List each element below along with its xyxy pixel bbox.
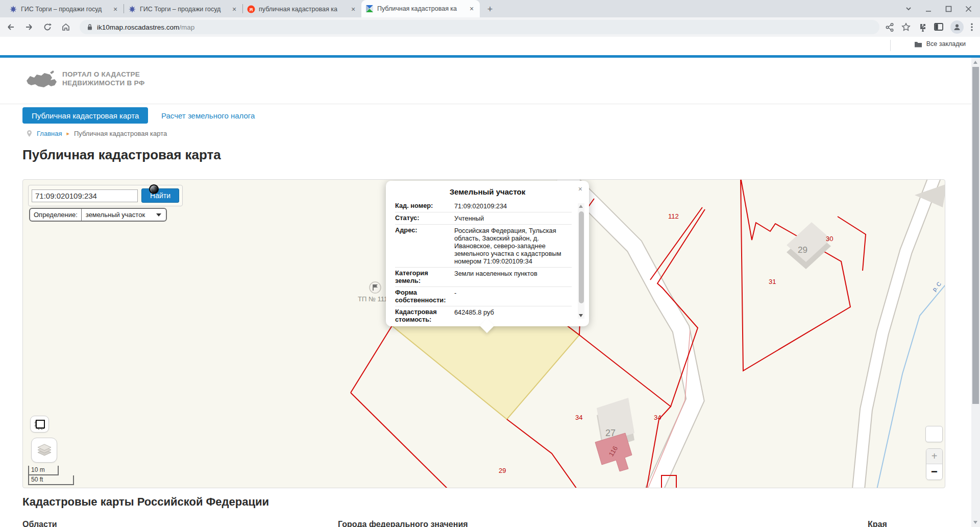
bookmarks-bar: Все закладки bbox=[0, 37, 980, 55]
folder-icon bbox=[914, 41, 922, 47]
scroll-down-arrow-icon[interactable] bbox=[973, 521, 977, 524]
popup-row: Статус:Учтенный bbox=[395, 212, 572, 224]
gis-torgi-favicon bbox=[9, 5, 17, 13]
profile-avatar[interactable] bbox=[950, 20, 964, 34]
layers-icon bbox=[37, 443, 52, 458]
url-path: /map bbox=[179, 23, 194, 31]
filter-label: Определение: bbox=[30, 211, 81, 219]
footer-column-federal-cities[interactable]: Города федерального значения bbox=[338, 520, 468, 527]
tab-close-icon[interactable]: × bbox=[111, 5, 119, 13]
yandex-favicon: Я bbox=[247, 5, 255, 13]
tab-title: ГИС Торги – продажи госуд bbox=[140, 6, 227, 13]
tab-gis-torgi-1[interactable]: ГИС Торги – продажи госуд × bbox=[5, 1, 124, 17]
address-bar[interactable]: ik10map.roscadastres.com/map bbox=[80, 20, 879, 34]
popup-row: Адрес:Российская Федерация, Тульская обл… bbox=[395, 224, 572, 267]
cadastral-number-input[interactable] bbox=[32, 189, 138, 202]
chevron-down-icon bbox=[156, 213, 161, 217]
home-button[interactable] bbox=[58, 19, 74, 35]
logo-line2: НЕДВИЖИМОСТИ В РФ bbox=[62, 79, 145, 87]
map-label: 27 bbox=[605, 428, 616, 439]
map-label: 29 bbox=[798, 245, 807, 255]
new-tab-button[interactable]: + bbox=[483, 2, 497, 16]
popup-row-label: Кадастровая стоимость: bbox=[395, 308, 452, 322]
zoom-out-button[interactable]: − bbox=[926, 464, 942, 480]
tab-close-icon[interactable]: × bbox=[468, 5, 476, 13]
map-label: 31 bbox=[769, 278, 776, 285]
breadcrumb-current: Публичная кадастровая карта bbox=[74, 130, 167, 137]
back-button[interactable] bbox=[3, 19, 18, 35]
browser-toolbar: ik10map.roscadastres.com/map bbox=[0, 17, 980, 37]
maximize-icon[interactable] bbox=[945, 6, 952, 12]
breadcrumb: Главная ▸ Публичная кадастровая карта bbox=[27, 130, 167, 137]
popup-row: Категория земель:Земли населенных пункто… bbox=[395, 267, 572, 286]
page-scrollbar[interactable] bbox=[971, 58, 980, 527]
location-pin-icon bbox=[27, 130, 32, 137]
url-host: ik10map.roscadastres.com bbox=[97, 23, 179, 31]
object-type-filter[interactable]: Определение: земельный участок bbox=[29, 208, 167, 222]
tab-yandex-search[interactable]: Я публичная кадастровая ка × bbox=[243, 1, 361, 17]
fullscreen-button[interactable] bbox=[925, 426, 943, 442]
footer-column-kraya[interactable]: Края bbox=[868, 520, 887, 527]
parcel-info-popup: Земельный участок × Кад. номер:71:09:020… bbox=[386, 181, 589, 326]
zoom-in-button[interactable]: + bbox=[926, 449, 942, 464]
gis-torgi-favicon bbox=[128, 5, 136, 13]
bookmark-star-icon[interactable] bbox=[901, 22, 911, 32]
tab-title: публичная кадастровая ка bbox=[259, 6, 346, 13]
map-label: 34 bbox=[575, 414, 582, 421]
tab-close-icon[interactable]: × bbox=[230, 5, 238, 13]
breadcrumb-arrow-icon: ▸ bbox=[66, 130, 69, 137]
russia-map-logo-icon bbox=[24, 67, 57, 90]
layers-button[interactable] bbox=[31, 438, 57, 463]
tab-close-icon[interactable]: × bbox=[349, 5, 357, 13]
zoom-control: + − bbox=[926, 448, 943, 480]
site-accent-bar bbox=[0, 55, 980, 58]
footer-column-oblasti[interactable]: Области bbox=[22, 520, 57, 527]
popup-scrollbar[interactable] bbox=[578, 203, 584, 319]
all-bookmarks-button[interactable]: Все закладки bbox=[914, 40, 966, 47]
popup-row: Кадастровая стоимость:642485.8 руб bbox=[395, 306, 572, 322]
popup-row-value: 642485.8 руб bbox=[452, 308, 572, 322]
popup-row-value: Российская Федерация, Тульская область, … bbox=[452, 227, 572, 265]
forward-button[interactable] bbox=[21, 19, 37, 35]
popup-row-label: Кад. номер: bbox=[395, 202, 452, 210]
map-label: 34 bbox=[654, 414, 661, 421]
nav-tab-cadastral-map[interactable]: Публичная кадастровая карта bbox=[22, 107, 148, 124]
page-title: Публичная кадастровая карта bbox=[22, 147, 221, 163]
map-scale-control: 10 m 50 ft bbox=[28, 466, 74, 485]
nav-link-land-tax[interactable]: Расчет земельного налога bbox=[161, 107, 255, 124]
minimize-icon[interactable] bbox=[925, 6, 932, 12]
side-panel-icon[interactable] bbox=[934, 23, 943, 31]
popup-row-value: - bbox=[452, 289, 572, 304]
lock-icon bbox=[87, 23, 93, 31]
svg-text:Я: Я bbox=[250, 6, 253, 12]
map-search-panel: Найти bbox=[28, 185, 183, 206]
popup-row: Кад. номер:71:09:020109:234 bbox=[395, 200, 572, 212]
menu-kebab-icon[interactable] bbox=[971, 23, 973, 31]
popup-scroll-up-icon[interactable] bbox=[579, 205, 583, 208]
scroll-up-arrow-icon[interactable] bbox=[973, 61, 977, 64]
bookmarks-divider bbox=[890, 40, 891, 51]
logo-line1: ПОРТАЛ О КАДАСТРЕ bbox=[62, 70, 145, 79]
pkk-favicon bbox=[365, 5, 374, 13]
popup-close-icon[interactable]: × bbox=[578, 185, 582, 193]
close-window-icon[interactable] bbox=[965, 6, 972, 12]
scrollbar-thumb[interactable] bbox=[972, 67, 979, 404]
breadcrumb-home-link[interactable]: Главная bbox=[37, 130, 62, 137]
extensions-puzzle-icon[interactable] bbox=[918, 22, 927, 32]
scale-imperial: 50 ft bbox=[28, 475, 74, 485]
nav-divider bbox=[0, 104, 971, 104]
search-button[interactable]: Найти bbox=[141, 188, 179, 203]
share-icon[interactable] bbox=[886, 23, 894, 32]
site-logo[interactable]: ПОРТАЛ О КАДАСТРЕ НЕДВИЖИМОСТИ В РФ bbox=[24, 67, 145, 90]
popup-scrollbar-thumb[interactable] bbox=[579, 211, 584, 303]
tab-gis-torgi-2[interactable]: ГИС Торги – продажи госуд × bbox=[124, 1, 242, 17]
tab-pkk-active[interactable]: Публичная кадастровая ка × bbox=[361, 0, 480, 17]
tab-search-chevron-icon[interactable] bbox=[905, 5, 912, 12]
popup-row-value: Учтенный bbox=[452, 214, 572, 222]
popup-row-label: Форма собственности: bbox=[395, 289, 452, 304]
measure-tool-button[interactable] bbox=[30, 416, 49, 433]
reload-button[interactable] bbox=[40, 19, 55, 35]
popup-scroll-down-icon[interactable] bbox=[579, 314, 583, 317]
cadastral-map[interactable]: 11230313434292927116ТП № 1110р. С Найти … bbox=[22, 179, 945, 488]
ruler-icon bbox=[34, 419, 45, 429]
